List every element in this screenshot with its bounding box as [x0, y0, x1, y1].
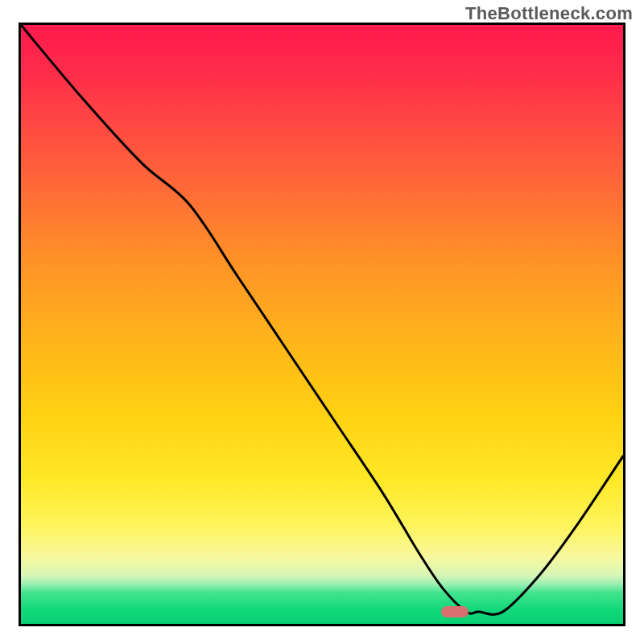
chart-frame [19, 23, 625, 626]
optimal-point-marker [441, 606, 469, 617]
chart-gradient-background [21, 25, 623, 592]
chart-optimal-zone [21, 592, 623, 624]
watermark-text: TheBottleneck.com [465, 3, 633, 24]
